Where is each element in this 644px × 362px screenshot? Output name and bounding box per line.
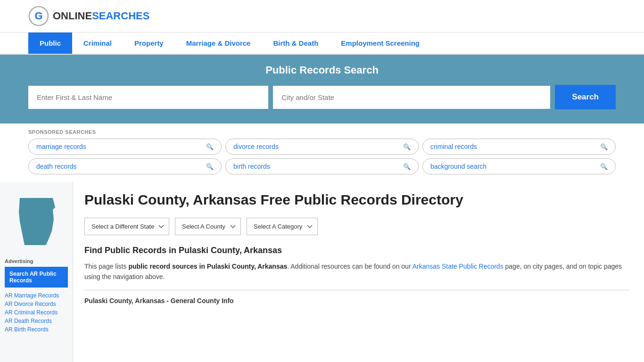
sponsored-background-label: background search [430, 163, 487, 170]
sponsored-marriage-label: marriage records [36, 143, 86, 150]
sidebar: Advertising Search AR Public Records AR … [0, 182, 73, 362]
location-search-input[interactable] [273, 86, 550, 109]
sponsored-item-marriage[interactable]: marriage records 🔍 [28, 139, 222, 155]
sponsored-item-criminal[interactable]: criminal records 🔍 [422, 139, 616, 155]
sponsored-item-death[interactable]: death records 🔍 [28, 158, 222, 174]
logo-searches-text: SEARCHES [92, 10, 149, 22]
search-icon-divorce: 🔍 [403, 143, 411, 150]
logo-online-text: ONLINE [53, 10, 92, 22]
main-wrapper: Advertising Search AR Public Records AR … [0, 182, 644, 362]
county-info-title: Pulaski County, Arkansas - General Count… [84, 297, 630, 304]
search-icon-criminal: 🔍 [600, 143, 608, 150]
search-button[interactable]: Search [555, 85, 616, 109]
sponsored-item-divorce[interactable]: divorce records 🔍 [225, 139, 419, 155]
description-bold: public record sources in Pulaski County,… [128, 263, 287, 270]
nav-item-birth-death[interactable]: Birth & Death [262, 33, 330, 54]
header: G ONLINE SEARCHES [0, 0, 644, 33]
nav-item-criminal[interactable]: Criminal [72, 33, 123, 54]
county-dropdown[interactable]: Select A County [175, 218, 241, 235]
category-dropdown[interactable]: Select A Category [247, 218, 318, 235]
page-title: Pulaski County, Arkansas Free Public Rec… [84, 191, 630, 208]
hero-title: Public Records Search [28, 64, 616, 76]
search-icon-birth: 🔍 [403, 163, 411, 170]
state-records-link[interactable]: Arkansas State Public Records [413, 263, 504, 270]
find-records-title: Find Public Records in Pulaski County, A… [84, 246, 630, 255]
sponsored-grid: marriage records 🔍 divorce records 🔍 cri… [28, 139, 616, 174]
sidebar-link-death[interactable]: AR Death Records [5, 318, 68, 324]
main-content: Pulaski County, Arkansas Free Public Rec… [73, 182, 644, 362]
sponsored-birth-label: birth records [233, 163, 270, 170]
sponsored-criminal-label: criminal records [430, 143, 477, 150]
logo-icon: G [28, 6, 49, 26]
search-icon-marriage: 🔍 [206, 143, 214, 150]
nav-item-property[interactable]: Property [123, 33, 175, 54]
search-icon-background: 🔍 [600, 163, 608, 170]
svg-marker-2 [19, 198, 55, 245]
nav-item-employment[interactable]: Employment Screening [330, 33, 431, 54]
sidebar-link-divorce[interactable]: AR Divorce Records [5, 301, 68, 307]
sponsored-label: SPONSORED SEARCHES [28, 129, 616, 135]
main-nav: Public Criminal Property Marriage & Divo… [0, 33, 644, 55]
hero-banner: Public Records Search Search [0, 55, 644, 123]
sponsored-death-label: death records [36, 163, 77, 170]
arkansas-map-svg [10, 193, 62, 250]
logo-area[interactable]: G ONLINE SEARCHES [28, 6, 149, 26]
search-icon-death: 🔍 [206, 163, 214, 170]
name-search-input[interactable] [28, 86, 268, 109]
state-dropdown[interactable]: Select a Different State [84, 218, 169, 235]
dropdown-row: Select a Different State Select A County… [84, 218, 630, 235]
sidebar-advertising-label: Advertising [5, 258, 68, 264]
sponsored-divorce-label: divorce records [233, 143, 279, 150]
sidebar-link-birth[interactable]: AR Birth Records [5, 326, 68, 333]
logo-text: ONLINE SEARCHES [53, 10, 149, 22]
svg-text:G: G [34, 10, 42, 22]
sidebar-link-marriage[interactable]: AR Marriage Records [5, 292, 68, 299]
divider [84, 290, 630, 290]
sidebar-link-criminal[interactable]: AR Criminal Records [5, 309, 68, 316]
sidebar-ad-box[interactable]: Search AR Public Records [5, 267, 68, 288]
search-bar: Search [28, 85, 616, 109]
sponsored-section: SPONSORED SEARCHES marriage records 🔍 di… [0, 123, 644, 182]
nav-item-marriage-divorce[interactable]: Marriage & Divorce [175, 33, 262, 54]
description-text: This page lists public record sources in… [84, 261, 630, 282]
state-map [5, 193, 68, 252]
sponsored-item-birth[interactable]: birth records 🔍 [225, 158, 419, 174]
nav-item-public[interactable]: Public [28, 33, 72, 54]
sponsored-item-background[interactable]: background search 🔍 [422, 158, 616, 174]
